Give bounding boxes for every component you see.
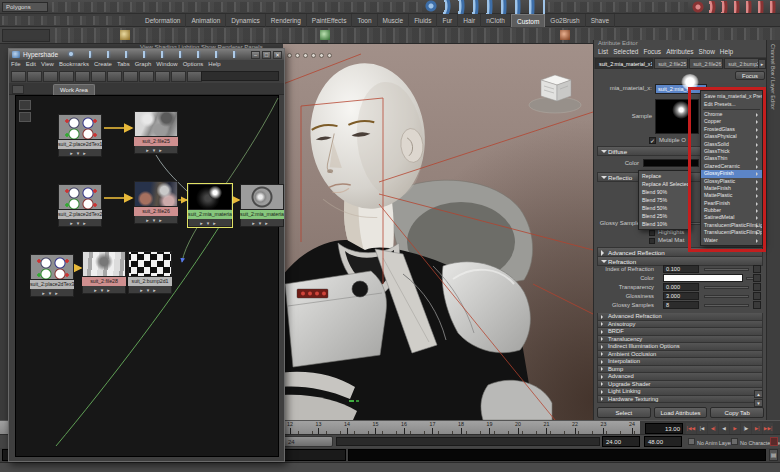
- toolbar-button[interactable]: [123, 71, 138, 82]
- section-header[interactable]: Translucency: [597, 336, 763, 344]
- hypershade-menu-item[interactable]: Graph: [135, 61, 152, 67]
- preset-item[interactable]: Chrome: [701, 111, 762, 118]
- current-time-field[interactable]: 13.00: [645, 423, 683, 434]
- preset-item[interactable]: GlassThick: [701, 148, 762, 155]
- texture-map-button[interactable]: [753, 265, 761, 273]
- section-header[interactable]: Upgrade Shader: [597, 381, 763, 389]
- section-header[interactable]: Hardware Texturing: [597, 396, 763, 404]
- shelf-tab[interactable]: Rendering: [266, 14, 307, 27]
- toolbar-button[interactable]: [91, 71, 106, 82]
- section-header[interactable]: Bump: [597, 366, 763, 374]
- range-slider-groove[interactable]: [336, 437, 600, 446]
- node-footer-arrows[interactable]: ▸▾▸: [82, 286, 126, 294]
- scroll-arrow-icon[interactable]: ▼: [754, 399, 763, 407]
- graph-gutter-button[interactable]: [19, 112, 31, 122]
- texture-map-button[interactable]: [753, 292, 761, 300]
- transport-button[interactable]: |◀: [697, 423, 707, 434]
- multiple-objects-checkbox[interactable]: ✓: [649, 137, 656, 144]
- toolbar-button[interactable]: [171, 71, 186, 82]
- preset-item[interactable]: GlazedCeramic: [701, 163, 762, 170]
- node-graph-area[interactable]: suit_2:place2dTex1 ▸▾▸ suit_2:file25 ▸▾▸…: [15, 95, 279, 457]
- section-header[interactable]: BRDF: [597, 328, 763, 336]
- section-header[interactable]: Light Linking: [597, 388, 763, 396]
- ae-menu-item[interactable]: List: [598, 48, 608, 55]
- section-header[interactable]: Ambient Occlusion: [597, 351, 763, 359]
- preset-item[interactable]: PearlFinish: [701, 200, 762, 207]
- toolbar-button[interactable]: [155, 71, 170, 82]
- playback-start-field[interactable]: 24.00: [602, 436, 640, 447]
- hypershade-menu-item[interactable]: View: [41, 61, 54, 67]
- transport-button[interactable]: |◀◀: [686, 423, 696, 434]
- highlights-checkbox[interactable]: [649, 230, 655, 236]
- texture-map-button[interactable]: [753, 283, 761, 291]
- close-icon[interactable]: ✕: [273, 51, 282, 59]
- transport-button[interactable]: ▶: [730, 423, 740, 434]
- shelf-tab[interactable]: Animation: [186, 14, 226, 27]
- ae-tab[interactable]: suit_2:mia_material_x1: [595, 58, 653, 69]
- ae-button[interactable]: Load Attributes: [654, 407, 708, 418]
- preset-item[interactable]: FrostedGlass: [701, 126, 762, 133]
- shelf-icon-gold[interactable]: [120, 30, 130, 40]
- shelf-tab-left-icons[interactable]: [2, 16, 132, 25]
- place2d-node[interactable]: suit_2:place2dTex2 ▸▾▸: [58, 184, 102, 227]
- file-node[interactable]: suit_2:file25 ▸▾▸: [134, 111, 178, 154]
- attribute-value-field[interactable]: [663, 274, 743, 282]
- ae-scrollbar[interactable]: ▲▼: [754, 390, 763, 408]
- place2d-node[interactable]: suit_2:place2dTex1 ▸▾▸: [58, 114, 102, 157]
- preset-item[interactable]: GlassSolid: [701, 141, 762, 148]
- viewport-icon[interactable]: [311, 53, 316, 58]
- place2d-node[interactable]: suit_2:place2dTex3 ▸▾▸: [30, 254, 74, 297]
- node-footer-arrows[interactable]: ▸▾▸: [188, 219, 232, 227]
- focus-button[interactable]: Focus: [735, 71, 765, 80]
- hypershade-menu-item[interactable]: Help: [208, 61, 220, 67]
- graph-gutter-button[interactable]: [19, 100, 31, 110]
- shelf-tab[interactable]: Toon: [352, 14, 377, 27]
- viewport-icon[interactable]: [287, 53, 292, 58]
- metal-checkbox[interactable]: [649, 238, 655, 244]
- toolbar-button[interactable]: [187, 71, 202, 82]
- hypershade-window[interactable]: Hypershade – □ ✕ FileEditViewBookmarksCr…: [8, 48, 285, 462]
- ae-tab[interactable]: suit_2:file25: [654, 58, 688, 69]
- node-footer-arrows[interactable]: ▸▾▸: [240, 219, 284, 227]
- attribute-value-field[interactable]: 3.000: [663, 292, 699, 300]
- file-node[interactable]: suit_2:file28 ▸▾▸: [82, 251, 126, 294]
- shelf-icon-copper[interactable]: [560, 30, 570, 40]
- transport-button[interactable]: ◀|: [708, 423, 718, 434]
- shelf-tab[interactable]: Fur: [437, 14, 458, 27]
- ae-button[interactable]: Select: [597, 407, 651, 418]
- preset-item[interactable]: TranslucentPlasticFilmLightBlur: [701, 222, 762, 229]
- material-node-selected[interactable]: suit_2:mia_materia ▸▾▸: [188, 184, 232, 227]
- maximize-icon[interactable]: □: [262, 51, 271, 59]
- preset-item[interactable]: Copper: [701, 118, 762, 125]
- preset-item[interactable]: GlassPhysical: [701, 133, 762, 140]
- toolbar-button[interactable]: [75, 71, 90, 82]
- section-header[interactable]: Advanced Refraction: [597, 313, 763, 321]
- menu-set-selector[interactable]: Polygons: [2, 2, 48, 12]
- edit-presets-item[interactable]: Edit Presets...: [701, 100, 762, 108]
- hypershade-filter-field[interactable]: [201, 71, 279, 81]
- status-line-icons[interactable]: [52, 2, 422, 12]
- hypershade-menu-item[interactable]: Options: [183, 61, 204, 67]
- preset-item[interactable]: MattePlastic: [701, 192, 762, 199]
- blend-menu-item[interactable]: Blend 10%: [639, 220, 689, 228]
- toolbar-icons[interactable]: [548, 2, 688, 12]
- hypershade-menu-item[interactable]: Window: [156, 61, 177, 67]
- shelf-tab[interactable]: nCloth: [481, 14, 511, 27]
- ae-button[interactable]: Copy Tab: [710, 407, 764, 418]
- shelf-tab[interactable]: Shave: [586, 14, 615, 27]
- transport-button[interactable]: |▶: [741, 423, 751, 434]
- hypershade-menu-item[interactable]: Edit: [26, 61, 36, 67]
- transport-button[interactable]: ▶|: [752, 423, 762, 434]
- hypershade-menu-item[interactable]: Bookmarks: [59, 61, 89, 67]
- blend-menu-item[interactable]: Blend 50%: [639, 204, 689, 212]
- work-area-tab[interactable]: Work Area: [53, 84, 95, 95]
- viewport-icon-row[interactable]: [287, 53, 332, 58]
- viewport-icon[interactable]: [303, 53, 308, 58]
- file-node[interactable]: suit_2:file26 ▸▾▸: [134, 181, 178, 224]
- hypershade-menu-item[interactable]: Create: [94, 61, 112, 67]
- material-sample-swatch[interactable]: [655, 99, 699, 134]
- shelf-tab[interactable]: Fluids: [409, 14, 437, 27]
- viewport-icon[interactable]: [319, 53, 324, 58]
- ae-menu-item[interactable]: Show: [699, 48, 715, 55]
- transport-button[interactable]: ◀: [719, 423, 729, 434]
